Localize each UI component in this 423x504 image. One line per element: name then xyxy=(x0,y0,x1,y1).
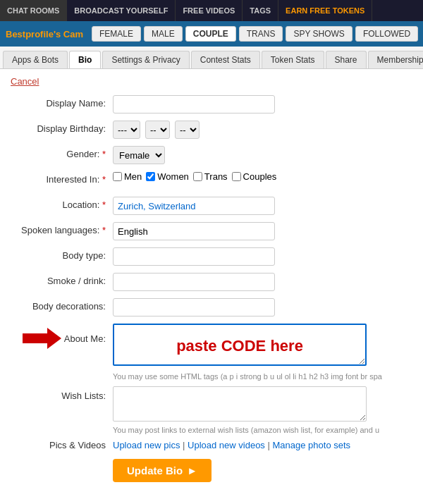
category-bar: Bestprofile's Cam FEMALE MALE COUPLE TRA… xyxy=(0,21,423,47)
spoken-languages-input[interactable] xyxy=(113,222,275,240)
wish-lists-field: You may post links to external wish list… xyxy=(113,386,412,434)
gender-select[interactable]: Female Male Trans Couple xyxy=(113,146,165,164)
checkbox-trans-input[interactable] xyxy=(193,172,202,181)
about-me-helper: You may use some HTML tags (a p i strong… xyxy=(113,372,382,381)
nav-tags[interactable]: TAGS xyxy=(243,0,278,21)
wish-lists-label: Wish Lists: xyxy=(11,386,113,401)
interested-in-row: Interested In: * Men Women Trans Couples xyxy=(11,171,412,191)
about-me-row: About Me: paste CODE here You may use so… xyxy=(11,324,412,381)
spoken-languages-label: Spoken languages: * xyxy=(11,222,113,235)
wish-lists-textarea[interactable] xyxy=(113,386,367,422)
cancel-link[interactable]: Cancel xyxy=(11,76,39,87)
checkbox-women[interactable]: Women xyxy=(146,171,189,182)
tab-bio[interactable]: Bio xyxy=(69,51,101,68)
interested-in-field: Men Women Trans Couples xyxy=(113,171,412,182)
update-bio-arrow-icon: ► xyxy=(187,465,197,477)
display-name-input[interactable] xyxy=(113,95,275,113)
birthday-day-select[interactable]: -- xyxy=(145,121,170,139)
location-field xyxy=(113,197,412,215)
gender-label: Gender: * xyxy=(11,146,113,159)
cat-spy-shows[interactable]: SPY SHOWS xyxy=(286,26,352,42)
wish-lists-row: Wish Lists: You may post links to extern… xyxy=(11,386,412,434)
display-birthday-field: --- -- -- xyxy=(113,121,412,139)
nav-earn-tokens[interactable]: EARN FREE TOKENS xyxy=(278,0,372,21)
body-decorations-field xyxy=(113,298,412,316)
body-type-field xyxy=(113,247,412,266)
display-name-field xyxy=(113,95,412,113)
separator-2: | xyxy=(268,440,273,450)
upload-videos-link[interactable]: Upload new videos xyxy=(188,440,265,450)
smoke-drink-field xyxy=(113,273,412,291)
body-type-row: Body type: xyxy=(11,247,412,267)
cat-female[interactable]: FEMALE xyxy=(92,26,141,42)
update-bio-label: Update Bio xyxy=(127,465,183,477)
tab-bar: Apps & Bots Bio Settings & Privacy Conte… xyxy=(0,47,423,69)
body-type-label: Body type: xyxy=(11,247,113,261)
svg-marker-0 xyxy=(23,328,61,349)
birthday-month-select[interactable]: --- xyxy=(113,121,140,139)
separator-1: | xyxy=(183,440,188,450)
display-name-row: Display Name: xyxy=(11,95,412,115)
about-me-field: paste CODE here You may use some HTML ta… xyxy=(113,324,412,381)
tab-settings-privacy[interactable]: Settings & Privacy xyxy=(102,51,189,68)
smoke-drink-input[interactable] xyxy=(113,273,275,291)
interested-in-label: Interested In: * xyxy=(11,171,113,185)
checkbox-trans[interactable]: Trans xyxy=(193,171,228,182)
display-birthday-label: Display Birthday: xyxy=(11,121,113,134)
gender-row: Gender: * Female Male Trans Couple xyxy=(11,146,412,166)
checkbox-couples[interactable]: Couples xyxy=(232,171,277,182)
location-input[interactable] xyxy=(113,197,275,215)
smoke-drink-row: Smoke / drink: xyxy=(11,273,412,293)
tab-token-stats[interactable]: Token Stats xyxy=(262,51,324,68)
location-label: Location: * xyxy=(11,197,113,210)
cat-male[interactable]: MALE xyxy=(144,26,183,42)
update-bio-button[interactable]: Update Bio ► xyxy=(113,459,212,482)
tab-apps-bots[interactable]: Apps & Bots xyxy=(3,51,68,68)
tab-share[interactable]: Share xyxy=(326,51,367,68)
about-me-wrapper: paste CODE here xyxy=(113,324,367,368)
checkbox-men-input[interactable] xyxy=(113,172,122,181)
upload-pics-link[interactable]: Upload new pics xyxy=(113,440,180,450)
pics-videos-links: Upload new pics | Upload new videos | Ma… xyxy=(113,440,350,450)
main-content: Cancel Display Name: Display Birthday: -… xyxy=(0,69,423,489)
body-decorations-input[interactable] xyxy=(113,298,275,316)
top-navigation: CHAT ROOMS BROADCAST YOURSELF FREE VIDEO… xyxy=(0,0,423,21)
about-me-textarea[interactable] xyxy=(113,324,367,366)
location-row: Location: * xyxy=(11,197,412,216)
spoken-languages-field xyxy=(113,222,412,240)
checkbox-couples-input[interactable] xyxy=(232,172,241,181)
nav-broadcast[interactable]: BROADCAST YOURSELF xyxy=(67,0,176,21)
red-arrow-icon xyxy=(23,328,61,349)
nav-free-videos[interactable]: FREE VIDEOS xyxy=(176,0,243,21)
cat-trans[interactable]: TRANS xyxy=(239,26,283,42)
wish-lists-helper: You may post links to external wish list… xyxy=(113,426,379,434)
body-decorations-row: Body decorations: xyxy=(11,298,412,318)
about-me-label: About Me: xyxy=(64,333,106,344)
cat-followed[interactable]: FOLLOWED xyxy=(355,26,418,42)
body-decorations-label: Body decorations: xyxy=(11,298,113,312)
tab-contest-stats[interactable]: Contest Stats xyxy=(191,51,260,68)
display-birthday-row: Display Birthday: --- -- -- xyxy=(11,121,412,140)
pics-videos-row: Pics & Videos Upload new pics | Upload n… xyxy=(11,440,412,450)
spoken-languages-row: Spoken languages: * xyxy=(11,222,412,242)
smoke-drink-label: Smoke / drink: xyxy=(11,273,113,286)
display-name-label: Display Name: xyxy=(11,95,113,109)
cat-couple[interactable]: COUPLE xyxy=(185,26,236,42)
manage-photo-sets-link[interactable]: Manage photo sets xyxy=(273,440,351,450)
birthday-year-select[interactable]: -- xyxy=(175,121,200,139)
cam-label: Bestprofile's Cam xyxy=(6,29,83,39)
body-type-input[interactable] xyxy=(113,247,275,266)
nav-chat-rooms[interactable]: CHAT ROOMS xyxy=(0,0,67,21)
gender-field: Female Male Trans Couple xyxy=(113,146,412,164)
checkbox-women-input[interactable] xyxy=(146,172,155,181)
checkbox-men[interactable]: Men xyxy=(113,171,142,182)
pics-videos-label: Pics & Videos xyxy=(11,440,113,450)
tab-memberships[interactable]: Memberships xyxy=(368,51,423,68)
